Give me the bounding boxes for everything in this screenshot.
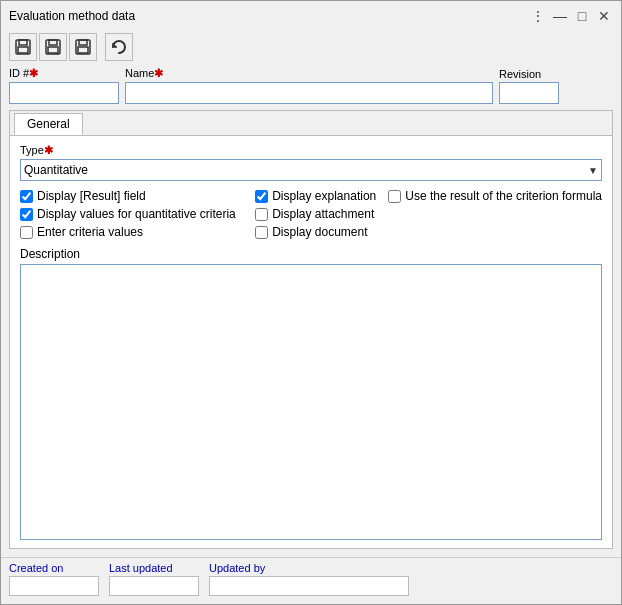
title-bar: Evaluation method data ⋮ — □ ✕ xyxy=(1,1,621,29)
display-quantitative-label: Display values for quantitative criteria xyxy=(37,207,236,221)
tab-general[interactable]: General xyxy=(14,113,83,135)
type-row: Type✱ Quantitative Qualitative ▼ xyxy=(20,144,602,181)
use-result-checkbox[interactable] xyxy=(388,190,401,203)
created-on-group: Created on xyxy=(9,562,99,596)
description-label: Description xyxy=(20,247,602,261)
toolbar: + xyxy=(1,29,621,67)
footer: Created on Last updated Updated by xyxy=(1,557,621,604)
checkbox-display-result: Display [Result] field xyxy=(20,189,255,203)
updated-by-group: Updated by xyxy=(209,562,409,596)
description-textarea[interactable] xyxy=(20,264,602,540)
menu-button[interactable]: ⋮ xyxy=(529,7,547,25)
display-explanation-label: Display explanation xyxy=(272,189,376,203)
name-required-star: ✱ xyxy=(154,67,163,79)
type-select-wrapper: Quantitative Qualitative ▼ xyxy=(20,159,602,181)
svg-text:+: + xyxy=(56,50,60,56)
name-field-group: Name✱ xyxy=(125,67,493,104)
id-label: ID #✱ xyxy=(9,67,119,80)
save-button-2[interactable]: + xyxy=(39,33,67,61)
type-required-star: ✱ xyxy=(44,144,53,156)
type-select[interactable]: Quantitative Qualitative xyxy=(20,159,602,181)
id-field-group: ID #✱ xyxy=(9,67,119,104)
content-area: ID #✱ Name✱ Revision General xyxy=(1,67,621,557)
display-document-label: Display document xyxy=(272,225,367,239)
header-fields: ID #✱ Name✱ Revision xyxy=(9,67,613,104)
main-window: Evaluation method data ⋮ — □ ✕ + xyxy=(0,0,622,605)
checkbox-display-quantitative: Display values for quantitative criteria xyxy=(20,207,255,221)
close-button[interactable]: ✕ xyxy=(595,7,613,25)
window-title: Evaluation method data xyxy=(9,9,135,23)
id-input[interactable] xyxy=(9,82,119,104)
tab-container: General Type✱ Quantitative Qualitative ▼ xyxy=(9,110,613,549)
display-result-checkbox[interactable] xyxy=(20,190,33,203)
last-updated-group: Last updated xyxy=(109,562,199,596)
updated-label: Last updated xyxy=(109,562,199,574)
checkboxes-area: Display [Result] field Display values fo… xyxy=(20,189,602,239)
checkbox-display-attachment: Display attachment xyxy=(255,207,602,221)
checkbox-display-document: Display document xyxy=(255,225,602,239)
display-attachment-checkbox[interactable] xyxy=(255,208,268,221)
revision-field-group: Revision xyxy=(499,68,559,104)
display-result-label: Display [Result] field xyxy=(37,189,146,203)
enter-criteria-label: Enter criteria values xyxy=(37,225,143,239)
save-button-1[interactable] xyxy=(9,33,37,61)
created-label: Created on xyxy=(9,562,99,574)
svg-rect-9 xyxy=(78,47,88,53)
id-required-star: ✱ xyxy=(29,67,38,79)
minimize-button[interactable]: — xyxy=(551,7,569,25)
checkbox-enter-criteria: Enter criteria values xyxy=(20,225,255,239)
last-updated-input[interactable] xyxy=(109,576,199,596)
created-input[interactable] xyxy=(9,576,99,596)
save-button-3[interactable] xyxy=(69,33,97,61)
display-attachment-label: Display attachment xyxy=(272,207,374,221)
maximize-button[interactable]: □ xyxy=(573,7,591,25)
title-bar-controls: ⋮ — □ ✕ xyxy=(529,7,613,25)
footer-fields-row: Created on Last updated Updated by xyxy=(9,562,613,596)
refresh-button[interactable] xyxy=(105,33,133,61)
name-input[interactable] xyxy=(125,82,493,104)
name-label: Name✱ xyxy=(125,67,493,80)
svg-rect-2 xyxy=(18,47,28,53)
type-label: Type✱ xyxy=(20,144,602,157)
svg-rect-8 xyxy=(79,40,87,45)
updated-by-input[interactable] xyxy=(209,576,409,596)
revision-input[interactable] xyxy=(499,82,559,104)
tab-content-general: Type✱ Quantitative Qualitative ▼ xyxy=(10,136,612,548)
display-explanation-checkbox[interactable] xyxy=(255,190,268,203)
enter-criteria-checkbox[interactable] xyxy=(20,226,33,239)
revision-label: Revision xyxy=(499,68,559,80)
display-explanation-row: Display explanation Use the result of th… xyxy=(255,189,602,203)
right-checkboxes: Display explanation Use the result of th… xyxy=(255,189,602,239)
svg-rect-1 xyxy=(19,40,27,45)
tab-header: General xyxy=(10,111,612,136)
display-document-checkbox[interactable] xyxy=(255,226,268,239)
svg-rect-4 xyxy=(49,40,57,45)
updated-by-label: Updated by xyxy=(209,562,409,574)
left-checkboxes: Display [Result] field Display values fo… xyxy=(20,189,255,239)
use-result-label: Use the result of the criterion formula xyxy=(405,189,602,203)
display-quantitative-checkbox[interactable] xyxy=(20,208,33,221)
